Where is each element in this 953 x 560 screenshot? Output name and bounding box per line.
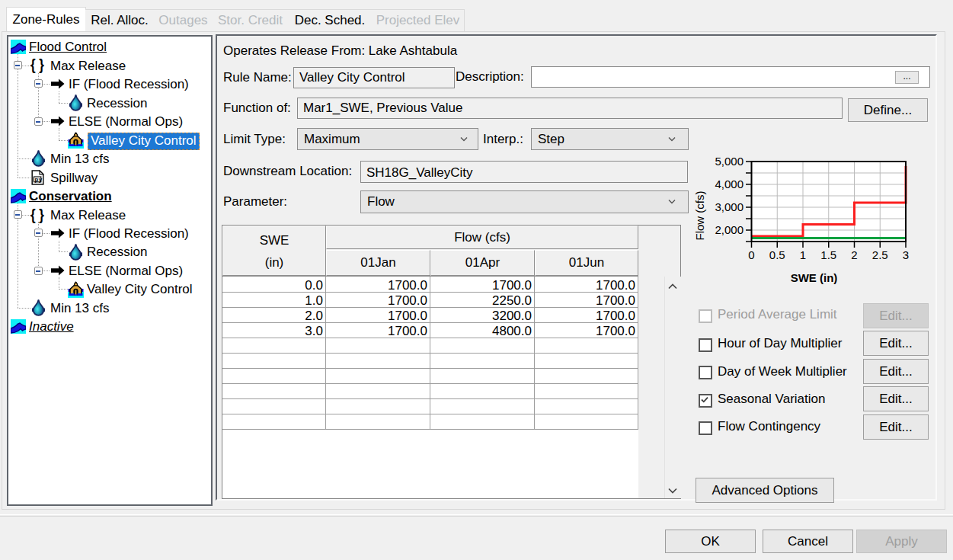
svg-text:3: 3: [903, 248, 909, 261]
svg-text:2.5: 2.5: [872, 248, 888, 261]
svg-text:2,000: 2,000: [715, 223, 744, 236]
svg-text:1.5: 1.5: [820, 248, 836, 261]
svg-text:0.5: 0.5: [769, 248, 785, 261]
svg-text:0: 0: [748, 248, 754, 261]
svg-text:1: 1: [800, 248, 806, 261]
svg-text:2: 2: [851, 248, 857, 261]
svg-text:3,000: 3,000: [715, 200, 744, 213]
svg-text:4,000: 4,000: [715, 178, 744, 190]
svg-text:SWE (in): SWE (in): [791, 271, 838, 284]
svg-text:Flow (cfs): Flow (cfs): [693, 191, 706, 241]
svg-text:5,000: 5,000: [715, 155, 744, 168]
